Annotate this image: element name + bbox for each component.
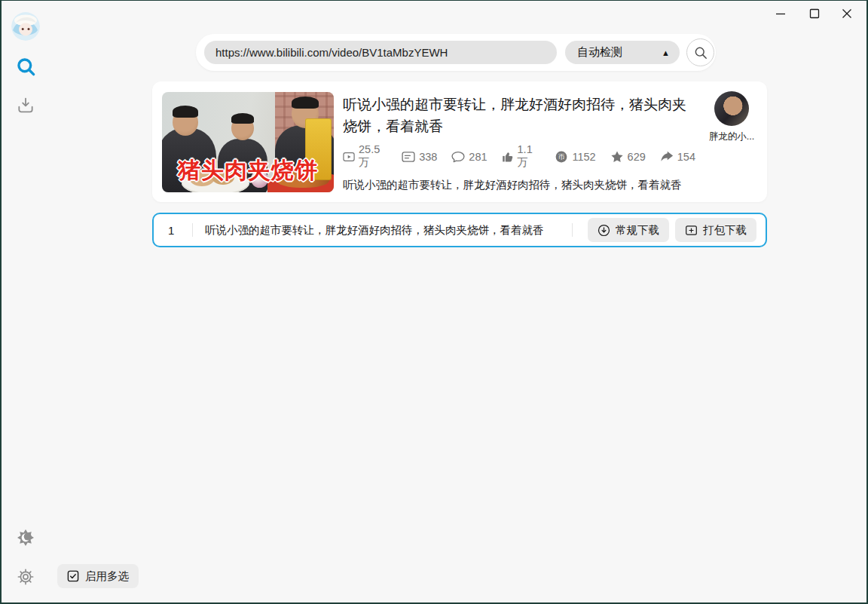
stat-likes: 1.1万	[502, 143, 541, 170]
stat-value: 154	[677, 151, 695, 163]
uploader: 胖龙的小...	[700, 91, 763, 143]
stat-value: 629	[628, 151, 646, 163]
item-actions: 常规下载 打包下载	[588, 218, 756, 242]
video-title: 听说小强的超市要转让，胖龙好酒好肉招待，猪头肉夹烧饼，看着就香	[343, 94, 695, 137]
thumbnail-figure	[173, 106, 198, 118]
thumbnail-caption: 猪头肉夹烧饼	[162, 155, 334, 186]
pack-download-label: 打包下载	[703, 223, 747, 238]
stat-value: 25.5万	[359, 143, 387, 170]
svg-text:币: 币	[558, 153, 565, 161]
pack-download-button[interactable]: 打包下载	[675, 218, 756, 242]
danmaku-icon	[402, 150, 415, 164]
multiselect-label: 启用多选	[85, 569, 129, 584]
magnifier-icon	[694, 46, 708, 60]
app-avatar[interactable]	[11, 12, 40, 41]
stat-value: 1152	[572, 151, 595, 163]
video-card: 猪头肉夹烧饼 听说小强的超市要转让，胖龙好酒好肉招待，猪头肉夹烧饼，看着就香 2…	[152, 81, 767, 202]
video-description: 听说小强的超市要转让，胖龙好酒好肉招待，猪头肉夹烧饼，看着就香	[343, 178, 695, 192]
video-info: 听说小强的超市要转让，胖龙好酒好肉招待，猪头肉夹烧饼，看着就香 25.5万 33…	[343, 94, 695, 192]
maximize-button[interactable]	[805, 5, 824, 23]
chevron-up-icon: ▲	[662, 48, 670, 57]
url-input[interactable]	[204, 41, 557, 64]
stat-shares: 154	[660, 150, 695, 164]
minimize-icon	[775, 8, 786, 19]
sidebar-downloads-tab[interactable]	[15, 95, 36, 116]
app-avatar-image	[11, 12, 40, 41]
parse-search-button[interactable]	[686, 38, 714, 66]
regular-download-button[interactable]: 常规下载	[588, 218, 669, 242]
regular-download-label: 常规下载	[616, 223, 659, 238]
favorite-icon	[610, 150, 624, 164]
close-icon	[842, 8, 852, 19]
stat-favorites: 629	[610, 150, 646, 164]
close-button[interactable]	[837, 5, 857, 23]
item-title: 听说小强的超市要转让，胖龙好酒好肉招待，猪头肉夹烧饼，看着就香	[205, 223, 564, 238]
app-window: 自动检测 ▲ 猪头肉夹烧饼	[0, 0, 868, 604]
play-count-icon	[343, 150, 355, 164]
video-stats: 25.5万 338 281	[343, 143, 695, 170]
site-detect-label: 自动检测	[577, 45, 622, 60]
search-icon	[16, 57, 36, 77]
stat-play-count: 25.5万	[343, 143, 387, 170]
maximize-icon	[809, 8, 820, 19]
download-tray-icon	[16, 96, 35, 115]
settings-button[interactable]	[16, 567, 35, 586]
uploader-name: 胖龙的小...	[700, 130, 763, 143]
stat-value: 1.1万	[518, 143, 541, 170]
download-item-row: 1 听说小强的超市要转让，胖龙好酒好肉招待，猪头肉夹烧饼，看着就香 常规下载 打…	[152, 213, 767, 247]
settings-gear-icon	[17, 568, 35, 586]
url-bar-container: 自动检测 ▲	[196, 34, 716, 71]
download-circle-icon	[598, 224, 610, 237]
checkbox-check-icon	[67, 570, 79, 582]
video-thumbnail: 猪头肉夹烧饼	[162, 92, 334, 192]
stat-coins: 币 1152	[555, 150, 595, 164]
box-plus-icon	[685, 224, 698, 237]
item-index: 1	[168, 224, 185, 237]
thumbnail-figure	[231, 113, 254, 124]
like-icon	[502, 150, 514, 164]
stat-value: 281	[469, 151, 487, 163]
theme-toggle-icon	[17, 529, 35, 547]
stat-value: 338	[419, 151, 437, 163]
comment-icon	[451, 150, 465, 164]
enable-multiselect-button[interactable]: 启用多选	[57, 564, 139, 588]
minimize-button[interactable]	[771, 5, 790, 23]
uploader-avatar	[714, 91, 749, 126]
thumbnail-figure	[292, 97, 319, 109]
theme-toggle-button[interactable]	[16, 528, 35, 547]
coin-icon: 币	[555, 150, 568, 164]
stat-danmaku: 338	[402, 150, 437, 164]
divider	[572, 223, 573, 237]
divider	[192, 223, 193, 237]
share-icon	[660, 150, 674, 164]
sidebar-search-tab[interactable]	[15, 56, 36, 77]
stat-comments: 281	[451, 150, 487, 164]
site-detect-dropdown[interactable]: 自动检测 ▲	[565, 41, 680, 64]
